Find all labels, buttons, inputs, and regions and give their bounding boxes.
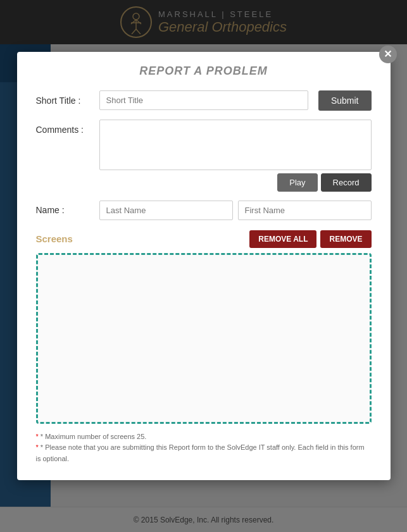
last-name-input[interactable]	[99, 201, 233, 220]
screens-section: Screens REMOVE ALL REMOVE	[36, 230, 372, 424]
name-row: Name :	[36, 201, 372, 220]
play-button[interactable]: Play	[277, 173, 317, 192]
modal-title: REPORT A PROBLEM	[36, 65, 372, 78]
name-label: Name :	[36, 205, 99, 215]
comments-textarea[interactable]	[99, 120, 372, 170]
short-title-input[interactable]	[99, 90, 308, 110]
modal-overlay: ✕ REPORT A PROBLEM Short Title : Submit …	[0, 0, 407, 532]
short-title-label: Short Title :	[36, 96, 99, 106]
audio-buttons: Play Record	[99, 173, 372, 192]
remove-all-button[interactable]: REMOVE ALL	[249, 230, 316, 248]
screens-label: Screens	[36, 233, 250, 244]
name-inputs	[99, 201, 372, 220]
info-text: * * Maximum number of screens 25. * * Pl…	[36, 431, 372, 465]
report-problem-modal: ✕ REPORT A PROBLEM Short Title : Submit …	[17, 52, 391, 481]
info-line-2: * * Please note that you are submitting …	[36, 442, 372, 464]
remove-button[interactable]: REMOVE	[320, 230, 371, 248]
submit-button[interactable]: Submit	[318, 90, 372, 111]
comments-label: Comments :	[36, 120, 99, 135]
first-name-input[interactable]	[238, 201, 372, 220]
info-line-1: * * Maximum number of screens 25.	[36, 431, 372, 443]
screens-drop-area[interactable]	[36, 253, 372, 424]
record-button[interactable]: Record	[321, 173, 372, 192]
comments-row: Comments : Play Record	[36, 120, 372, 192]
screens-header: Screens REMOVE ALL REMOVE	[36, 230, 372, 248]
close-button[interactable]: ✕	[379, 46, 397, 63]
comments-area-wrap: Play Record	[99, 120, 372, 192]
